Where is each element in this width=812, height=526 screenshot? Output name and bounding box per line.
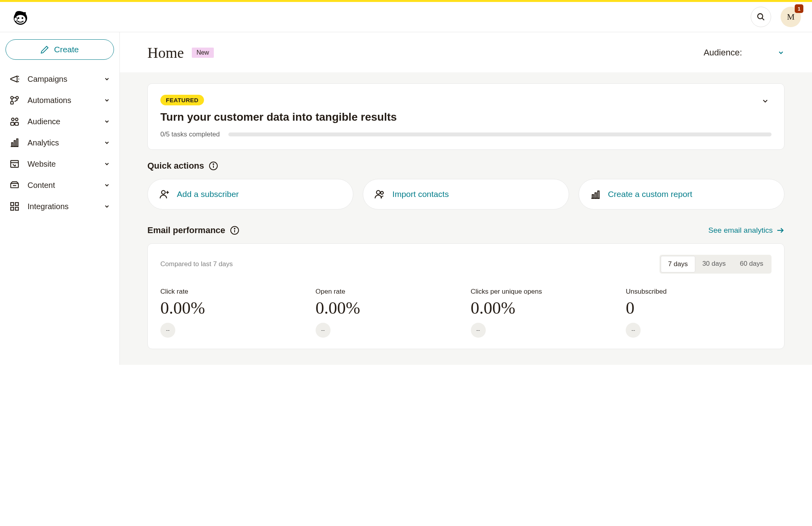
users-icon <box>374 189 385 200</box>
see-email-analytics-link[interactable]: See email analytics <box>708 226 784 235</box>
notification-count: 1 <box>797 6 800 12</box>
metric-change: -- <box>160 323 175 338</box>
megaphone-icon <box>9 74 20 84</box>
user-plus-icon <box>159 189 170 200</box>
metric-change: -- <box>316 323 331 338</box>
nav-label: Automations <box>28 96 71 105</box>
progress-bar <box>228 132 772 136</box>
topbar: M 1 <box>0 2 812 32</box>
email-performance-card: Compared to last 7 days 7 days 30 days 6… <box>147 243 784 349</box>
email-performance-header: Email performance See email analytics <box>147 225 784 235</box>
chevron-down-icon <box>104 118 110 125</box>
quick-action-import-contacts[interactable]: Import contacts <box>363 179 569 210</box>
analytics-icon <box>9 138 20 148</box>
svg-rect-22 <box>11 202 14 206</box>
svg-rect-24 <box>11 207 14 210</box>
avatar-initial: M <box>787 12 795 22</box>
svg-rect-9 <box>11 101 13 104</box>
main-content: Home New Audience: FEATURED Turn your cu… <box>120 32 812 365</box>
svg-rect-13 <box>15 122 18 125</box>
notification-badge[interactable]: 1 <box>795 4 803 13</box>
range-tab-60days[interactable]: 60 days <box>733 256 770 272</box>
chevron-down-icon <box>104 182 110 188</box>
range-tabs: 7 days 30 days 60 days <box>660 255 772 274</box>
sidebar-item-integrations[interactable]: Integrations <box>6 196 114 217</box>
svg-point-28 <box>213 164 214 165</box>
metric-click-rate: Click rate 0.00% -- <box>160 288 306 338</box>
compared-text: Compared to last 7 days <box>160 260 233 268</box>
search-icon <box>757 13 765 21</box>
section-title: Email performance <box>147 225 225 235</box>
nav-label: Audience <box>28 117 60 126</box>
svg-point-5 <box>758 14 763 19</box>
range-tab-7days[interactable]: 7 days <box>661 256 695 272</box>
topbar-right: M 1 <box>751 7 801 27</box>
audience-dropdown[interactable]: Audience: <box>704 48 784 58</box>
progress-text: 0/5 tasks completed <box>160 131 220 138</box>
integrations-icon <box>9 201 20 212</box>
chevron-down-icon <box>777 49 784 56</box>
info-icon[interactable] <box>209 161 218 171</box>
quick-actions-row: Add a subscriber Import contacts Create … <box>147 179 784 210</box>
avatar-container: M 1 <box>781 7 801 27</box>
arrow-right-icon <box>776 226 784 235</box>
sidebar-item-website[interactable]: Website <box>6 153 114 175</box>
svg-point-10 <box>11 118 14 121</box>
svg-rect-23 <box>15 202 18 206</box>
svg-point-7 <box>11 96 13 99</box>
website-icon <box>9 159 20 169</box>
svg-rect-35 <box>592 195 593 198</box>
svg-rect-37 <box>597 191 599 199</box>
sidebar-item-analytics[interactable]: Analytics <box>6 132 114 153</box>
svg-line-6 <box>762 18 764 20</box>
metric-value: 0.00% <box>471 298 617 318</box>
range-tab-30days[interactable]: 30 days <box>695 256 733 272</box>
chevron-down-icon <box>104 203 110 210</box>
featured-progress: 0/5 tasks completed <box>160 131 772 138</box>
quick-action-add-subscriber[interactable]: Add a subscriber <box>147 179 353 210</box>
metric-label: Clicks per unique opens <box>471 288 617 296</box>
metric-value: 0.00% <box>316 298 461 318</box>
svg-rect-15 <box>11 143 13 147</box>
audience-icon <box>9 116 20 127</box>
sidebar-item-audience[interactable]: Audience <box>6 111 114 132</box>
svg-point-29 <box>162 191 165 194</box>
svg-rect-12 <box>11 122 14 125</box>
svg-point-33 <box>381 191 384 194</box>
metric-clicks-per-unique: Clicks per unique opens 0.00% -- <box>471 288 617 338</box>
quick-action-custom-report[interactable]: Create a custom report <box>579 179 784 210</box>
nav-label: Content <box>28 181 55 190</box>
create-button[interactable]: Create <box>6 39 114 60</box>
automation-icon <box>9 95 20 105</box>
svg-rect-36 <box>595 193 596 199</box>
sidebar-item-content[interactable]: Content <box>6 175 114 196</box>
search-button[interactable] <box>751 7 771 27</box>
svg-rect-18 <box>11 160 18 167</box>
metrics-row: Click rate 0.00% -- Open rate 0.00% -- C… <box>160 288 772 338</box>
svg-rect-16 <box>14 141 15 147</box>
chevron-down-icon <box>104 161 110 167</box>
report-icon <box>590 189 601 200</box>
create-label: Create <box>54 45 79 54</box>
quick-action-label: Import contacts <box>392 189 449 199</box>
section-title: Quick actions <box>147 161 204 171</box>
sidebar: Create Campaigns Automations <box>0 32 120 365</box>
chevron-down-icon[interactable] <box>759 95 772 107</box>
sidebar-item-automations[interactable]: Automations <box>6 90 114 111</box>
metric-change: -- <box>626 323 641 338</box>
metric-change: -- <box>471 323 486 338</box>
chevron-down-icon <box>104 140 110 146</box>
sidebar-item-campaigns[interactable]: Campaigns <box>6 68 114 90</box>
chevron-down-icon <box>104 97 110 103</box>
nav-label: Integrations <box>28 202 69 211</box>
quick-actions-header: Quick actions <box>147 161 784 171</box>
info-icon[interactable] <box>230 226 239 235</box>
pencil-icon <box>40 45 49 54</box>
mailchimp-logo[interactable] <box>11 7 30 26</box>
svg-point-11 <box>15 118 18 121</box>
metric-open-rate: Open rate 0.00% -- <box>316 288 461 338</box>
metric-label: Click rate <box>160 288 306 296</box>
topbar-left <box>11 7 30 26</box>
link-text: See email analytics <box>708 226 773 235</box>
layout: Create Campaigns Automations <box>0 32 812 365</box>
